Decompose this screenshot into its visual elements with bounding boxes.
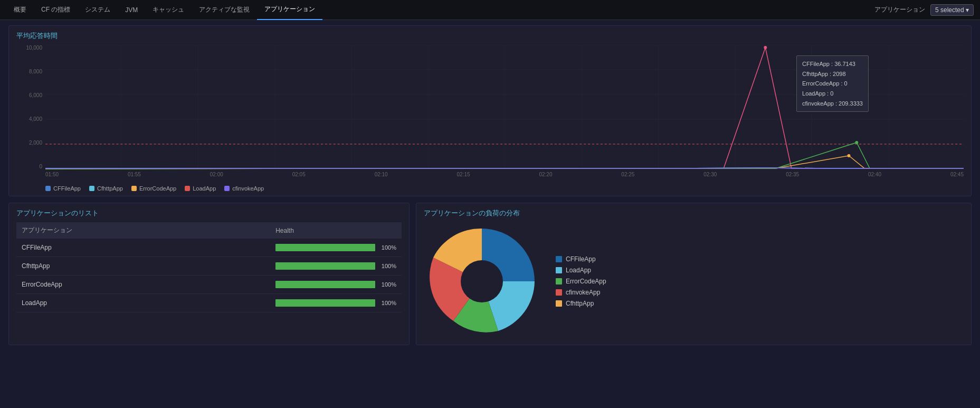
x-label-3: 02:05 xyxy=(292,172,306,177)
health-bar-bg xyxy=(275,244,375,251)
legend-cfhttpapp: CfhttpApp xyxy=(89,185,123,192)
pie-label-loadapp: LoadApp xyxy=(566,267,591,274)
legend-dot-loadapp xyxy=(185,186,190,191)
x-label-7: 02:25 xyxy=(621,172,634,177)
y-label-1: 8,000 xyxy=(29,69,42,74)
health-bar-wrap: 100% xyxy=(275,244,396,251)
legend-label-cfinvokeapp: cfinvokeApp xyxy=(232,185,264,192)
pie-label-cfhttpapp2: CfhttpApp xyxy=(566,300,594,307)
legend-cfinvokeapp: cfinvokeApp xyxy=(224,185,264,192)
y-label-2: 6,000 xyxy=(29,92,42,98)
legend-errorcodeapp: ErrorCodeApp xyxy=(131,185,176,192)
nav-item-overview[interactable]: 概要 xyxy=(6,0,34,20)
pie-dot-cfhttpapp2 xyxy=(556,300,562,307)
avg-response-time-section: 平均応答時間 10,000 8,000 6,000 4,000 2,000 0 xyxy=(8,25,972,196)
chart-svg xyxy=(45,45,964,169)
health-pct: 100% xyxy=(379,281,396,288)
y-axis: 10,000 8,000 6,000 4,000 2,000 0 xyxy=(16,45,45,169)
health-bar-fill xyxy=(275,244,375,251)
svg-point-19 xyxy=(855,141,858,144)
app-name-cell: ErrorCodeApp xyxy=(16,276,270,294)
x-label-5: 02:15 xyxy=(457,172,470,177)
svg-point-20 xyxy=(848,154,851,157)
pie-label-cfinvokeapp: cfinvokeApp xyxy=(566,289,600,296)
health-bar-wrap: 100% xyxy=(275,299,396,307)
app-selector-dropdown[interactable]: 5 selected ▾ xyxy=(930,4,974,16)
chart-drawing-area: CFFileApp : 36.7143 CfhttpApp : 2098 Err… xyxy=(45,45,964,169)
main-content: 平均応答時間 10,000 8,000 6,000 4,000 2,000 0 xyxy=(0,20,980,350)
legend-dot-cfinvokeapp xyxy=(224,186,230,191)
table-row[interactable]: ErrorCodeApp 100% xyxy=(16,276,402,294)
svg-point-18 xyxy=(764,46,767,49)
y-label-5: 0 xyxy=(39,164,42,169)
pie-legend-cfhttpapp2: CfhttpApp xyxy=(556,300,606,307)
health-bar-wrap: 100% xyxy=(275,262,396,270)
app-list-panel: アプリケーションのリスト アプリケーション Health CFFileApp 1… xyxy=(8,203,410,345)
app-name-cell: CFFileApp xyxy=(16,239,270,257)
x-label-9: 02:35 xyxy=(786,172,799,177)
health-bar-fill xyxy=(275,299,375,307)
legend-dot-cffileapp xyxy=(45,186,51,191)
nav-item-cache[interactable]: キャッシュ xyxy=(145,0,192,20)
app-name-cell: LoadApp xyxy=(16,294,270,312)
svg-point-21 xyxy=(461,260,503,302)
table-row[interactable]: CFFileApp 100% xyxy=(16,239,402,257)
x-label-2: 02:00 xyxy=(210,172,223,177)
pie-legend-errorcodeapp: ErrorCodeApp xyxy=(556,278,606,285)
x-label-0: 01:50 xyxy=(45,172,59,177)
health-pct: 100% xyxy=(379,263,396,269)
col-header-app: アプリケーション xyxy=(16,222,270,239)
x-label-8: 02:30 xyxy=(703,172,717,177)
pie-chart-svg xyxy=(424,223,540,339)
health-pct: 100% xyxy=(379,300,396,306)
legend-cffileapp: CFFileApp xyxy=(45,185,81,192)
avg-response-chart: 10,000 8,000 6,000 4,000 2,000 0 xyxy=(16,45,964,182)
pie-legend: CFFileApp LoadApp ErrorCodeApp cfinvokeA… xyxy=(556,255,606,307)
pie-legend-cffileapp: CFFileApp xyxy=(556,255,606,263)
table-row[interactable]: LoadApp 100% xyxy=(16,294,402,312)
pie-dot-loadapp xyxy=(556,267,562,273)
legend-dot-cfhttpapp xyxy=(89,186,94,191)
nav-bar: 概要 CF の指標 システム JVM キャッシュ アクティブな監視 アプリケーシ… xyxy=(0,0,980,20)
pie-legend-loadapp: LoadApp xyxy=(556,267,606,274)
load-dist-title: アプリケーションの負荷の分布 xyxy=(424,208,964,218)
chart-legend: CFFileApp CfhttpApp ErrorCodeApp LoadApp… xyxy=(45,185,964,192)
nav-item-applications[interactable]: アプリケーション xyxy=(257,0,322,20)
health-cell: 100% xyxy=(270,276,402,294)
nav-item-system[interactable]: システム xyxy=(78,0,118,20)
nav-item-active-monitoring[interactable]: アクティブな監視 xyxy=(192,0,257,20)
bottom-row: アプリケーションのリスト アプリケーション Health CFFileApp 1… xyxy=(8,203,972,345)
y-label-0: 10,000 xyxy=(26,45,42,51)
pie-legend-cfinvokeapp: cfinvokeApp xyxy=(556,289,606,296)
app-name-cell: CfhttpApp xyxy=(16,257,270,276)
health-bar-fill xyxy=(275,281,375,288)
pie-dot-cfinvokeapp xyxy=(556,289,562,296)
table-row[interactable]: CfhttpApp 100% xyxy=(16,257,402,276)
health-bar-bg xyxy=(275,262,375,270)
legend-label-cfhttpapp: CfhttpApp xyxy=(97,185,123,192)
x-label-10: 02:40 xyxy=(868,172,881,177)
x-label-6: 02:20 xyxy=(539,172,552,177)
col-header-health: Health xyxy=(270,222,402,239)
avg-response-title: 平均応答時間 xyxy=(16,31,964,41)
nav-item-jvm[interactable]: JVM xyxy=(118,0,145,20)
legend-label-cffileapp: CFFileApp xyxy=(53,185,81,192)
health-cell: 100% xyxy=(270,239,402,257)
health-cell: 100% xyxy=(270,294,402,312)
health-bar-wrap: 100% xyxy=(275,281,396,288)
pie-section: CFFileApp LoadApp ErrorCodeApp cfinvokeA… xyxy=(424,223,964,339)
nav-right-section: アプリケーション 5 selected ▾ xyxy=(874,4,974,16)
x-axis: 01:50 01:55 02:00 02:05 02:10 02:15 02:2… xyxy=(45,169,964,182)
pie-dot-cffileapp xyxy=(556,256,562,262)
health-pct: 100% xyxy=(379,244,396,251)
y-label-4: 2,000 xyxy=(29,140,42,146)
app-table: アプリケーション Health CFFileApp 100% CfhttpApp… xyxy=(16,222,402,312)
app-list-title: アプリケーションのリスト xyxy=(16,208,402,218)
health-cell: 100% xyxy=(270,257,402,276)
legend-loadapp: LoadApp xyxy=(185,185,216,192)
pie-label-cffileapp: CFFileApp xyxy=(566,255,596,263)
load-dist-panel: アプリケーションの負荷の分布 xyxy=(416,203,972,345)
nav-right-label: アプリケーション xyxy=(874,5,925,14)
health-bar-bg xyxy=(275,299,375,307)
nav-item-cf-metrics[interactable]: CF の指標 xyxy=(34,0,78,20)
